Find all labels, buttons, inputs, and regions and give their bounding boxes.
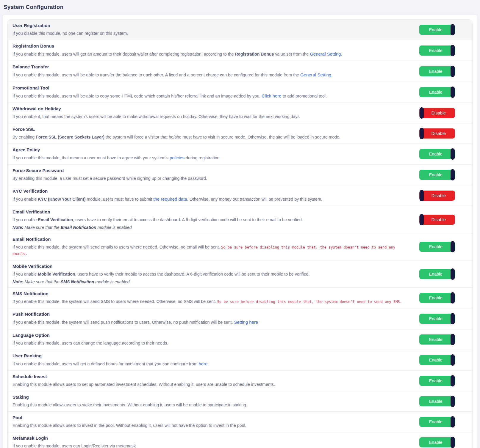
- module-title: Pool: [12, 415, 412, 420]
- module-row: Force Secure Password By enabling this m…: [8, 164, 472, 185]
- inline-link[interactable]: the required data: [153, 197, 187, 202]
- toggle-disable-button[interactable]: Disable: [419, 191, 455, 201]
- module-description: If you enable this module, users will be…: [12, 92, 412, 99]
- toggle-enable-button[interactable]: Enable: [419, 149, 455, 159]
- text: If you enable: [12, 217, 38, 222]
- toggle-label: Enable: [429, 358, 445, 362]
- inline-link[interactable]: policies: [170, 155, 185, 160]
- text: , users have to verify their mobile to a…: [75, 272, 310, 276]
- toggle-knob: [451, 241, 455, 252]
- module-note: Note: Make sure that the Email Notificat…: [12, 225, 412, 230]
- inline-link[interactable]: General Setting.: [300, 72, 332, 77]
- module-list: User Registration If you disable this mo…: [7, 19, 473, 448]
- toggle-enable-button[interactable]: Enable: [419, 293, 455, 303]
- toggle-knob: [451, 66, 455, 77]
- toggle-knob: [451, 24, 455, 35]
- toggle-knob: [451, 437, 455, 448]
- module-description: By enabling this module, a user must set…: [12, 175, 412, 182]
- text: If you enable this module, the system wi…: [12, 245, 221, 249]
- module-row: Email Verification If you enable Email V…: [8, 206, 472, 233]
- toggle-enable-button[interactable]: Enable: [419, 66, 455, 76]
- module-info: Email Verification If you enable Email V…: [12, 209, 419, 230]
- toggle-enable-button[interactable]: Enable: [419, 170, 455, 180]
- module-info: Balance Transfer If you enable this modu…: [12, 64, 419, 78]
- toggle-knob: [420, 190, 424, 201]
- toggle-label: Disable: [429, 111, 446, 115]
- module-title: User Ranking: [12, 353, 412, 358]
- text: to add promotional tool.: [282, 94, 327, 98]
- toggle-knob: [451, 375, 455, 386]
- toggle-enable-button[interactable]: Enable: [419, 87, 455, 97]
- module-description: If you enable this module, users can Log…: [12, 443, 412, 448]
- toggle-enable-button[interactable]: Enable: [419, 417, 455, 427]
- toggle-wrap: Disable: [419, 191, 468, 201]
- module-row: Registration Bonus If you enable this mo…: [8, 40, 472, 61]
- toggle-enable-button[interactable]: Enable: [419, 25, 455, 35]
- text: If you enable this module, the system wi…: [12, 299, 217, 304]
- module-row: Metamask Login If you enable this module…: [8, 432, 472, 448]
- module-description: If you disable this module, no one can r…: [12, 30, 412, 37]
- module-row: Withdrawal on Holiday If you enable it, …: [8, 103, 472, 123]
- bold-text: KYC (Know Your Client): [38, 197, 85, 202]
- toggle-enable-button[interactable]: Enable: [419, 376, 455, 386]
- inline-link[interactable]: Setting here: [234, 320, 258, 325]
- inline-link[interactable]: General Setting.: [310, 51, 342, 56]
- toggle-enable-button[interactable]: Enable: [419, 242, 455, 252]
- toggle-wrap: Enable: [419, 293, 468, 303]
- bold-text: SMS Notification: [61, 279, 94, 284]
- module-description: Enabling this module allows users to inv…: [12, 422, 412, 429]
- module-title: Promotional Tool: [12, 85, 412, 90]
- toggle-enable-button[interactable]: Enable: [419, 437, 455, 447]
- toggle-wrap: Enable: [419, 269, 468, 279]
- toggle-disable-button[interactable]: Disable: [419, 108, 455, 118]
- toggle-wrap: Enable: [419, 396, 468, 406]
- module-info: SMS Notification If you enable this modu…: [12, 291, 419, 305]
- text: By enabling this module, a user must set…: [12, 176, 207, 181]
- text: Enabling this module allows users to inv…: [12, 423, 246, 428]
- toggle-enable-button[interactable]: Enable: [419, 334, 455, 345]
- module-row: Push Notification If you enable this mod…: [8, 308, 472, 329]
- module-description: Enabling this module allows users to set…: [12, 381, 412, 388]
- text: module, users must have to submit: [85, 197, 153, 202]
- module-description: If you enable this module, users will be…: [12, 71, 412, 78]
- toggle-enable-button[interactable]: Enable: [419, 355, 455, 365]
- toggle-knob: [451, 169, 455, 180]
- toggle-knob: [451, 45, 455, 56]
- toggle-wrap: Disable: [419, 108, 468, 118]
- module-title: Agree Policy: [12, 147, 412, 152]
- module-title: Schedule Invest: [12, 374, 412, 379]
- module-info: Metamask Login If you enable this module…: [12, 436, 419, 448]
- module-info: Mobile Verification If you enable Mobile…: [12, 264, 419, 284]
- toggle-disable-button[interactable]: Disable: [419, 215, 455, 225]
- toggle-enable-button[interactable]: Enable: [419, 269, 455, 279]
- toggle-disable-button[interactable]: Disable: [419, 128, 455, 139]
- toggle-label: Enable: [429, 337, 445, 342]
- toggle-label: Enable: [429, 316, 445, 321]
- text: If you enable: [12, 197, 38, 202]
- toggle-knob: [451, 354, 455, 366]
- toggle-label: Enable: [429, 152, 445, 156]
- module-row: User Registration If you disable this mo…: [8, 20, 472, 40]
- module-title: Staking: [12, 394, 412, 400]
- text: , users have to verify their email to ac…: [73, 217, 303, 222]
- bold-text: Email Verification: [38, 217, 73, 222]
- text: If you enable this module, users can Log…: [12, 444, 136, 448]
- module-info: Push Notification If you enable this mod…: [12, 312, 419, 326]
- toggle-enable-button[interactable]: Enable: [419, 396, 455, 406]
- module-info: User Registration If you disable this mo…: [12, 23, 419, 37]
- inline-link[interactable]: Click here: [262, 93, 282, 98]
- module-description: If you enable it, that means the system'…: [12, 113, 412, 120]
- module-description: If you enable this module, the system wi…: [12, 298, 412, 305]
- bold-text: Mobile Verification: [38, 272, 75, 276]
- toggle-enable-button[interactable]: Enable: [419, 45, 455, 56]
- module-title: Email Verification: [12, 209, 412, 214]
- toggle-enable-button[interactable]: Enable: [419, 314, 455, 324]
- module-info: Staking Enabling this module allows user…: [12, 394, 419, 408]
- module-info: Registration Bonus If you enable this mo…: [12, 43, 419, 57]
- toggle-knob: [420, 128, 424, 139]
- toggle-wrap: Enable: [419, 25, 468, 35]
- module-title: Force SSL: [12, 127, 412, 132]
- inline-link[interactable]: here.: [198, 361, 209, 366]
- module-title: Email Notification: [12, 237, 412, 242]
- module-row: User Ranking If you enable this module, …: [8, 350, 472, 370]
